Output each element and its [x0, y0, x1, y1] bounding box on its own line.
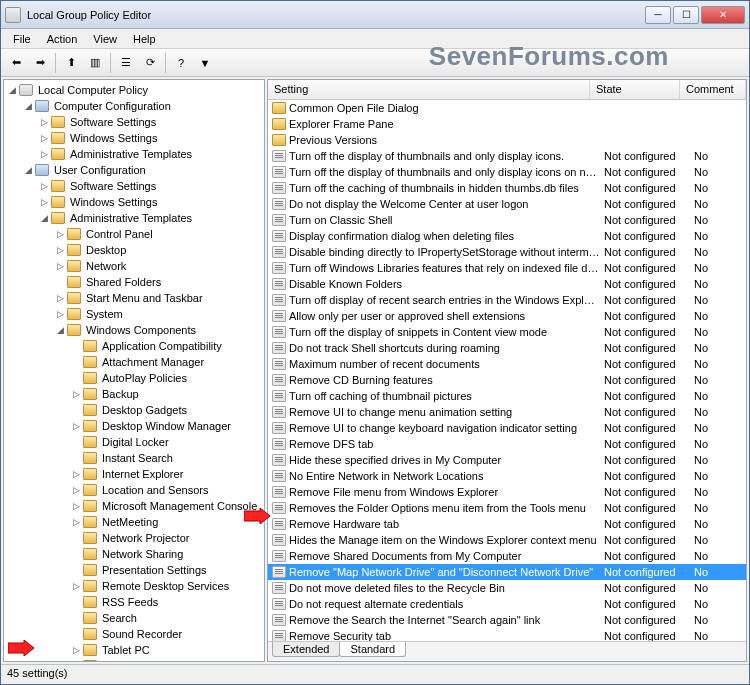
expand-icon[interactable]: ▷ [38, 132, 50, 144]
tree-node[interactable]: ▷Desktop [54, 242, 264, 258]
list-setting-row[interactable]: Hides the Manage item on the Windows Exp… [268, 532, 746, 548]
tree-node[interactable]: Attachment Manager [70, 354, 264, 370]
list-setting-row[interactable]: Removes the Folder Options menu item fro… [268, 500, 746, 516]
tree-node[interactable]: ◢User Configuration [22, 162, 264, 178]
list-setting-row[interactable]: Do not display the Welcome Center at use… [268, 196, 746, 212]
tree-node[interactable]: ◢Local Computer Policy [6, 82, 264, 98]
list-setting-row[interactable]: Turn off the display of snippets in Cont… [268, 324, 746, 340]
tree-node[interactable]: Desktop Gadgets [70, 402, 264, 418]
collapse-icon[interactable]: ◢ [22, 100, 34, 112]
filter-button[interactable]: ▼ [194, 52, 216, 74]
list-setting-row[interactable]: Remove File menu from Windows ExplorerNo… [268, 484, 746, 500]
list-setting-row[interactable]: Do not move deleted files to the Recycle… [268, 580, 746, 596]
expand-icon[interactable]: ▷ [70, 420, 82, 432]
list-setting-row[interactable]: Display confirmation dialog when deletin… [268, 228, 746, 244]
tree-node[interactable]: ▷Location and Sensors [70, 482, 264, 498]
expand-icon[interactable]: ▷ [38, 116, 50, 128]
expand-icon[interactable]: ▷ [38, 148, 50, 160]
list-setting-row[interactable]: Turn off the display of thumbnails and o… [268, 164, 746, 180]
maximize-button[interactable]: ☐ [673, 6, 699, 24]
tree-node[interactable]: ◢Administrative Templates [38, 210, 264, 226]
list-setting-row[interactable]: Allow only per user or approved shell ex… [268, 308, 746, 324]
tree-node[interactable]: ▷Control Panel [54, 226, 264, 242]
tree-node[interactable]: ▷Software Settings [38, 178, 264, 194]
tree-pane[interactable]: ◢Local Computer Policy◢Computer Configur… [3, 79, 265, 662]
tree-node[interactable]: ▷Start Menu and Taskbar [54, 290, 264, 306]
tree-node[interactable]: ◢Windows Components [54, 322, 264, 338]
list-setting-row[interactable]: Remove "Map Network Drive" and "Disconne… [268, 564, 746, 580]
expand-icon[interactable]: ▷ [70, 580, 82, 592]
col-comment[interactable]: Comment [680, 80, 746, 99]
expand-icon[interactable]: ▷ [54, 292, 66, 304]
menu-view[interactable]: View [85, 31, 125, 47]
tree-node[interactable]: ▷Tablet PC [70, 642, 264, 658]
list-setting-row[interactable]: Hide these specified drives in My Comput… [268, 452, 746, 468]
tab-standard[interactable]: Standard [339, 642, 406, 657]
list-setting-row[interactable]: Do not track Shell shortcuts during roam… [268, 340, 746, 356]
list-setting-row[interactable]: Remove UI to change keyboard navigation … [268, 420, 746, 436]
menu-action[interactable]: Action [39, 31, 86, 47]
tree-node[interactable]: ▷Administrative Templates [38, 146, 264, 162]
tree-node[interactable]: ▷Remote Desktop Services [70, 578, 264, 594]
expand-icon[interactable]: ▷ [70, 500, 82, 512]
tree-node[interactable]: Network Sharing [70, 546, 264, 562]
list-setting-row[interactable]: Remove DFS tabNot configuredNo [268, 436, 746, 452]
menu-file[interactable]: File [5, 31, 39, 47]
tree-node[interactable]: ▷NetMeeting [70, 514, 264, 530]
list-setting-row[interactable]: Turn off the caching of thumbnails in hi… [268, 180, 746, 196]
list-setting-row[interactable]: Disable binding directly to IPropertySet… [268, 244, 746, 260]
tab-extended[interactable]: Extended [272, 642, 340, 657]
tree-node[interactable]: ▷Windows Settings [38, 130, 264, 146]
expand-icon[interactable]: ▷ [38, 196, 50, 208]
tree-node[interactable]: Shared Folders [54, 274, 264, 290]
expand-icon[interactable]: ▷ [54, 308, 66, 320]
expand-icon[interactable]: ▷ [70, 388, 82, 400]
tree-node[interactable]: RSS Feeds [70, 594, 264, 610]
tree-node[interactable]: Presentation Settings [70, 562, 264, 578]
list-setting-row[interactable]: Remove Shared Documents from My Computer… [268, 548, 746, 564]
expand-icon[interactable]: ▷ [54, 260, 66, 272]
list-setting-row[interactable]: Remove UI to change menu animation setti… [268, 404, 746, 420]
tree-node[interactable]: ▷Network [54, 258, 264, 274]
list-setting-row[interactable]: No Entire Network in Network LocationsNo… [268, 468, 746, 484]
collapse-icon[interactable]: ◢ [54, 324, 66, 336]
col-state[interactable]: State [590, 80, 680, 99]
tree-node[interactable]: Sound Recorder [70, 626, 264, 642]
menu-help[interactable]: Help [125, 31, 164, 47]
expand-icon[interactable]: ▷ [70, 484, 82, 496]
show-hide-tree-button[interactable]: ▥ [84, 52, 106, 74]
close-button[interactable]: ✕ [701, 6, 745, 24]
col-setting[interactable]: Setting [268, 80, 590, 99]
properties-button[interactable]: ☰ [115, 52, 137, 74]
tree-node[interactable]: Task Scheduler [70, 658, 264, 662]
tree-node[interactable]: Digital Locker [70, 434, 264, 450]
tree-node[interactable]: AutoPlay Policies [70, 370, 264, 386]
list-folder-row[interactable]: Common Open File Dialog [268, 100, 746, 116]
list-body[interactable]: Common Open File DialogExplorer Frame Pa… [268, 100, 746, 641]
list-setting-row[interactable]: Turn off Windows Libraries features that… [268, 260, 746, 276]
refresh-button[interactable]: ⟳ [139, 52, 161, 74]
tree-node[interactable]: Application Compatibility [70, 338, 264, 354]
expand-icon[interactable]: ▷ [70, 644, 82, 656]
tree-node[interactable]: ▷System [54, 306, 264, 322]
tree-node[interactable]: ▷Windows Settings [38, 194, 264, 210]
expand-icon[interactable]: ▷ [70, 468, 82, 480]
list-setting-row[interactable]: Turn off display of recent search entrie… [268, 292, 746, 308]
list-setting-row[interactable]: Maximum number of recent documentsNot co… [268, 356, 746, 372]
forward-button[interactable]: ➡ [29, 52, 51, 74]
expand-icon[interactable]: ▷ [38, 180, 50, 192]
expand-icon[interactable]: ▷ [70, 516, 82, 528]
expand-icon[interactable]: ▷ [54, 244, 66, 256]
list-setting-row[interactable]: Turn on Classic ShellNot configuredNo [268, 212, 746, 228]
expand-icon[interactable]: ▷ [54, 228, 66, 240]
tree-node[interactable]: ▷Desktop Window Manager [70, 418, 264, 434]
up-button[interactable]: ⬆ [60, 52, 82, 74]
tree-node[interactable]: ▷Microsoft Management Console [70, 498, 264, 514]
tree-node[interactable]: ▷Backup [70, 386, 264, 402]
back-button[interactable]: ⬅ [5, 52, 27, 74]
list-setting-row[interactable]: Disable Known FoldersNot configuredNo [268, 276, 746, 292]
list-setting-row[interactable]: Do not request alternate credentialsNot … [268, 596, 746, 612]
tree-node[interactable]: Network Projector [70, 530, 264, 546]
collapse-icon[interactable]: ◢ [22, 164, 34, 176]
collapse-icon[interactable]: ◢ [6, 84, 18, 96]
